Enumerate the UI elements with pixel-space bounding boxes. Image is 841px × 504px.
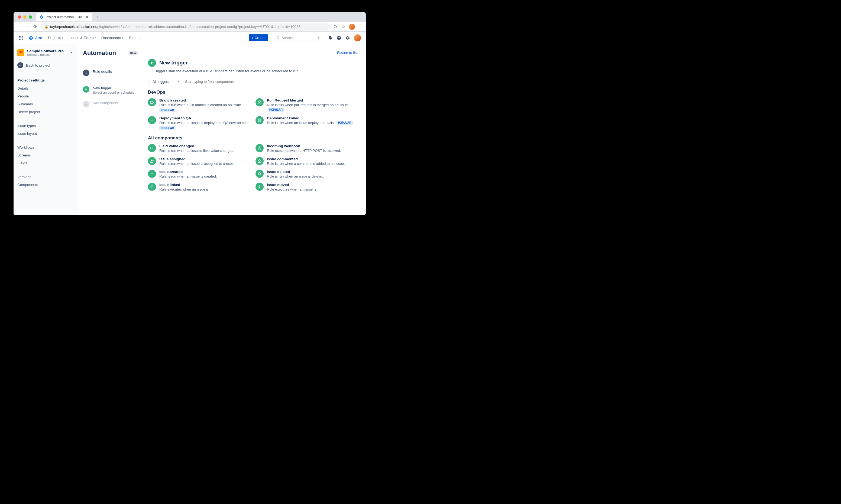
trigger-card-title: Deployment Failed — [267, 116, 353, 120]
svg-rect-23 — [150, 147, 153, 149]
back-to-project[interactable]: ← Back to project — [16, 60, 74, 70]
sidebar-item-components[interactable]: Components — [16, 181, 74, 189]
trigger-card-title: Incoming webhook — [267, 144, 341, 148]
link-icon — [148, 183, 156, 191]
new-badge: NEW — [129, 51, 138, 55]
trigger-card[interactable]: Issue createdRule is run when an issue i… — [148, 170, 250, 179]
window-controls[interactable] — [16, 15, 34, 19]
browser-menu-icon[interactable]: ⋮ — [359, 24, 363, 29]
back-button[interactable]: ← — [16, 24, 21, 29]
lock-icon: 🔒 — [45, 25, 49, 29]
sidebar-item-summary[interactable]: Summary — [16, 100, 74, 108]
profile-avatar[interactable] — [349, 24, 355, 30]
nav-projects[interactable]: Projects▾ — [48, 36, 64, 40]
plus-icon — [148, 170, 156, 178]
trigger-card-desc: Rule is run when a Git branch is created… — [159, 103, 242, 107]
sidebar-item-details[interactable]: Details — [16, 85, 74, 92]
nav-issues-filters[interactable]: Issues & Filters▾ — [69, 36, 96, 40]
chevron-down-icon: ▾ — [122, 37, 123, 39]
svg-rect-16 — [86, 73, 86, 74]
browser-tab[interactable]: Project automation - Jira ✕ — [36, 13, 92, 21]
jira-logo[interactable]: Jira — [29, 35, 42, 40]
trigger-card[interactable]: Issue assignedRule is run when an issue … — [148, 157, 250, 166]
maximize-window-icon[interactable] — [29, 15, 32, 19]
sidebar-item-fields[interactable]: Fields — [16, 159, 74, 167]
trigger-card-desc: Rule is run when an issue is created. — [159, 174, 217, 179]
svg-rect-6 — [21, 37, 21, 38]
svg-rect-10 — [22, 39, 23, 39]
user-avatar[interactable] — [354, 34, 361, 41]
popular-badge: POPULAR — [337, 121, 353, 125]
notifications-icon[interactable] — [328, 35, 333, 40]
trash-icon — [256, 170, 264, 178]
svg-rect-3 — [21, 36, 21, 37]
trigger-card[interactable]: Deployment to QARule is run when an issu… — [148, 116, 250, 130]
rule-step-add-component[interactable]: + Add component — [83, 98, 138, 111]
tab-title: Project automation - Jira — [46, 15, 82, 19]
sidebar-item-versions[interactable]: Versions — [16, 173, 74, 181]
trigger-card-desc: Rule is run when an issue is deployed to… — [159, 121, 250, 125]
trigger-card[interactable]: Issue deletedRule is run when an issue i… — [256, 170, 358, 179]
app-switcher-icon[interactable] — [18, 35, 23, 40]
trigger-card[interactable]: Issue linkedRule executes when an issue … — [148, 183, 250, 192]
trigger-card[interactable]: Branch createdRule is run when a Git bra… — [148, 98, 250, 112]
trigger-card-desc: Rule executes when an issue is — [159, 187, 209, 192]
nav-dashboards[interactable]: Dashboards▾ — [101, 36, 123, 40]
close-window-icon[interactable] — [18, 15, 21, 19]
search-icon — [276, 36, 280, 40]
trigger-card-title: Issue deleted — [267, 170, 324, 174]
rule-step-new-trigger[interactable]: New trigger Select an event or schedule. — [83, 83, 138, 98]
trigger-card[interactable]: Field value changedRule is run when an i… — [148, 144, 250, 153]
play-icon — [148, 59, 156, 67]
svg-rect-7 — [22, 37, 23, 38]
webhook-icon — [256, 144, 264, 152]
trigger-filter-input[interactable] — [182, 78, 258, 85]
svg-rect-19 — [150, 101, 153, 103]
user-icon — [148, 157, 156, 165]
trigger-card[interactable]: Issue commentedRule is run when a commen… — [256, 157, 358, 166]
close-tab-icon[interactable]: ✕ — [85, 15, 89, 19]
project-switcher[interactable]: 🚩 Sample Software Proj... Software proje… — [16, 49, 74, 60]
jira-favicon-icon — [39, 15, 44, 19]
new-tab-button[interactable]: + — [94, 14, 100, 20]
trigger-card[interactable]: Issue movedRule executes when an issue i… — [256, 183, 358, 192]
nav-tempo[interactable]: Tempo — [129, 36, 140, 40]
trigger-card-desc: Rule executes when a HTTP POST is receiv… — [267, 148, 341, 153]
help-icon[interactable]: ? — [337, 35, 341, 40]
search-input[interactable]: Search / — [274, 35, 322, 41]
sidebar-item-workflows[interactable]: Workflows — [16, 143, 74, 151]
bookmark-icon[interactable]: ☆ — [341, 24, 345, 29]
svg-rect-2 — [19, 36, 20, 37]
sidebar-item-screens[interactable]: Screens — [16, 151, 74, 159]
trigger-card[interactable]: Deployment FailedRule is run when an iss… — [256, 116, 358, 130]
sidebar-item-issue-layout[interactable]: Issue layout — [16, 130, 74, 138]
search-page-icon[interactable] — [333, 25, 338, 29]
svg-text:?: ? — [338, 36, 340, 39]
reload-button[interactable]: ⟳ — [33, 24, 37, 29]
sidebar-heading: Project settings — [16, 76, 74, 85]
svg-point-15 — [86, 71, 86, 72]
svg-marker-17 — [86, 89, 87, 90]
rule-step-rule-details[interactable]: Rule details — [83, 66, 138, 79]
trigger-card[interactable]: Incoming webhookRule executes when a HTT… — [256, 144, 358, 153]
arrow-left-icon: ← — [17, 62, 23, 68]
address-bar[interactable]: 🔒 taylorpechacek.atlassian.net/plugins/s… — [41, 23, 330, 31]
chevron-down-icon: ▾ — [95, 37, 96, 39]
url-host: taylorpechacek.atlassian.net — [50, 25, 96, 29]
svg-rect-8 — [19, 39, 20, 39]
sidebar-item-people[interactable]: People — [16, 92, 74, 100]
trigger-category-dropdown[interactable]: All triggers ▾ — [150, 78, 182, 85]
settings-icon[interactable] — [345, 35, 350, 40]
create-button[interactable]: +Create — [249, 34, 268, 41]
sidebar-item-issue-types[interactable]: Issue types — [16, 122, 74, 130]
minimize-window-icon[interactable] — [23, 15, 27, 19]
trigger-card[interactable]: Pull Request MergedRule is run when pull… — [256, 98, 358, 112]
search-shortcut: / — [317, 36, 320, 39]
svg-line-12 — [279, 38, 280, 39]
trigger-card-title: Issue linked — [159, 183, 209, 187]
popular-badge: POPULAR — [268, 108, 284, 112]
section-devops-heading: DevOps — [148, 90, 358, 95]
sidebar-item-delete-project[interactable]: Delete project — [16, 108, 74, 116]
move-icon — [256, 183, 264, 191]
return-to-list-link[interactable]: Return to list — [337, 51, 358, 55]
